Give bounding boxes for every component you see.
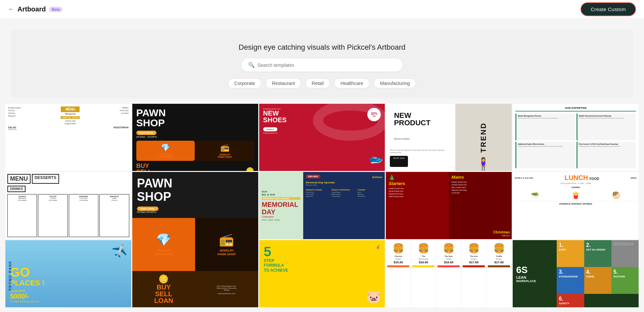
beta-badge: Beta (49, 7, 62, 12)
pill-retail[interactable]: Retail (305, 78, 330, 88)
header-left: ← Artboard Beta (8, 5, 62, 13)
pill-corporate[interactable]: Corporate (228, 78, 262, 88)
app-title: Artboard (17, 5, 46, 13)
category-pills: Corporate Restaurant Retail Healthcare M… (17, 78, 627, 88)
app-header: ← Artboard Beta Create Custom (0, 0, 644, 19)
template-lunch-menu[interactable]: BOWLS & SALADS LUNCH FOOD SIDES OUR HOUR… (513, 172, 639, 239)
pill-manufacturing[interactable]: Manufacturing (374, 78, 416, 88)
hero-title: Design eye catching visuals with Pickcel… (17, 43, 627, 52)
template-our-expertise[interactable]: OUR EXPERTISE Wealth Management Services… (513, 104, 639, 171)
search-icon: 🔍 (248, 62, 255, 68)
back-arrow-icon: ← (8, 6, 14, 13)
template-menu-restaurant[interactable]: Smoked Chicken Fruit Tea Chilli Sea Pepp… (5, 104, 131, 171)
hero-section: Design eye catching visuals with Pickcel… (11, 30, 633, 98)
create-custom-button[interactable]: Create Custom (581, 2, 636, 16)
template-new-shoes[interactable]: Reallygreatsite.com NEW SHOES 30% OFF Ex… (259, 104, 385, 171)
back-button[interactable]: ← (8, 6, 14, 13)
template-christmas-menu[interactable]: 🎄 Starters Swedish Chicken Grav Smoked S… (386, 172, 512, 239)
template-new-product[interactable]: NEWPRODUCT Women Edition Want to make th… (386, 104, 512, 171)
template-go-places[interactable]: ✈️ PROMO BANK GO PLACES ! SAVE UPTO 5000… (5, 240, 131, 307)
templates-grid: Smoked Chicken Fruit Tea Chilli Sea Pepp… (5, 104, 639, 308)
template-antique-pawn-tall[interactable]: PAWNSHOP Open Daily: 09:00am 06:00Pm 💎 A… (132, 172, 258, 307)
pill-restaurant[interactable]: Restaurant (266, 78, 301, 88)
main-content: Design eye catching visuals with Pickcel… (0, 19, 644, 312)
template-memorial-day[interactable]: Surf Bar & Grill MEMORIAL GRILL REVIEW M… (259, 172, 385, 239)
search-bar: 🔍 (241, 58, 403, 72)
template-burgers-menu[interactable]: 🍔 Chorizo Burger $15.50 🍔 The Masterpiec… (386, 240, 512, 307)
pill-healthcare[interactable]: Healthcare (334, 78, 370, 88)
template-sketch-menu[interactable]: MENU DESSERTS DRINKS PIZZAS MARGARITAVEG… (5, 172, 131, 239)
template-five-step[interactable]: 5 STEPFORMULA TO ACHIEVE 🐷 💰 (259, 240, 385, 307)
template-6s-lean[interactable]: 6S LEAN WORKPLACE 1. SORT 2. SET IN ORDE… (513, 240, 639, 307)
template-pawn-shop[interactable]: PAWNSHOP Open Daily: 09:00am - 06:00Pm 💎… (132, 104, 258, 171)
search-input[interactable] (258, 62, 396, 68)
